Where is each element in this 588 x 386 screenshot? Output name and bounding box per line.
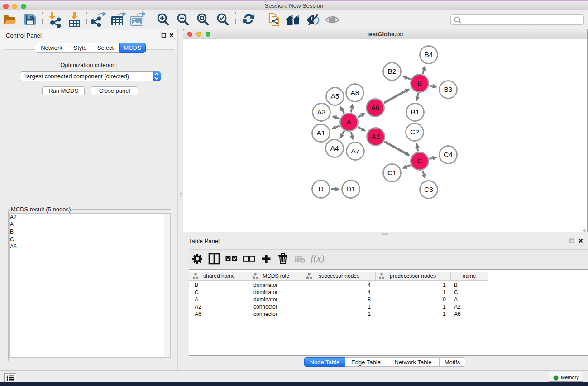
svg-text:A: A	[347, 118, 352, 126]
svg-text:A4: A4	[330, 144, 339, 152]
svg-text:C1: C1	[387, 169, 397, 176]
svg-text:D1: D1	[346, 185, 355, 193]
svg-text:A1: A1	[317, 129, 325, 137]
svg-text:B4: B4	[425, 51, 433, 58]
svg-text:A5: A5	[331, 92, 339, 100]
svg-text:A2: A2	[372, 133, 380, 140]
svg-text:C: C	[417, 157, 422, 165]
svg-text:D: D	[318, 185, 323, 193]
svg-text:B1: B1	[411, 108, 420, 116]
svg-text:A6: A6	[371, 104, 380, 111]
svg-text:A8: A8	[351, 89, 359, 96]
svg-text:C3: C3	[424, 186, 433, 193]
svg-text:C2: C2	[410, 128, 419, 136]
svg-text:B3: B3	[444, 86, 453, 93]
svg-text:A3: A3	[317, 108, 326, 116]
svg-text:B: B	[417, 79, 422, 87]
svg-text:B2: B2	[388, 67, 397, 75]
svg-text:A7: A7	[351, 147, 360, 155]
svg-text:C4: C4	[444, 151, 453, 158]
